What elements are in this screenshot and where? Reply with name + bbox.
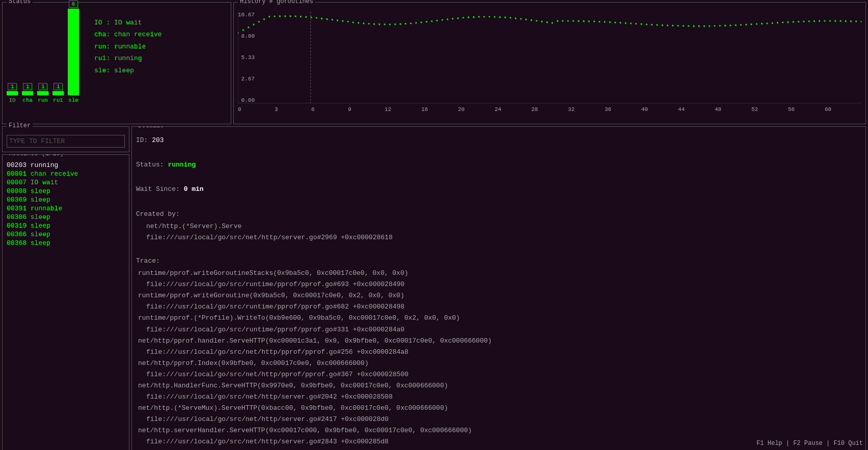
trace-line: runtime/pprof.(*Profile).WriteTo(0xb9e60… bbox=[136, 313, 861, 324]
bar-count-cha: 1 bbox=[23, 83, 32, 90]
x-label: 28 bbox=[531, 106, 568, 112]
svg-point-4 bbox=[248, 26, 249, 28]
help-label[interactable]: F1 Help bbox=[756, 440, 782, 447]
svg-point-49 bbox=[483, 16, 485, 17]
detail-line bbox=[136, 243, 861, 255]
svg-point-102 bbox=[761, 23, 763, 24]
trace-line: net/http.serverHandler.ServeHTTP(0xc0001… bbox=[136, 425, 861, 436]
status-panel: Status 1IO1cha1run1ru16sle IO : IO waitc… bbox=[2, 2, 231, 124]
legend-item: ru1: running bbox=[94, 52, 162, 64]
details-content: ID: 203 Status: running Wait Since: 0 mi… bbox=[136, 135, 861, 450]
svg-point-70 bbox=[593, 20, 595, 22]
status-content: 1IO1cha1run1ru16sle IO : IO waitcha: cha… bbox=[7, 7, 227, 120]
bar-column-IO: 1IO bbox=[7, 83, 18, 103]
svg-point-18 bbox=[321, 18, 322, 19]
svg-point-96 bbox=[729, 24, 731, 26]
sep1: | bbox=[786, 440, 793, 447]
svg-point-55 bbox=[515, 17, 517, 19]
svg-point-21 bbox=[337, 19, 338, 21]
x-label: 9 bbox=[348, 106, 385, 112]
svg-point-57 bbox=[525, 19, 527, 20]
routine-item-00368[interactable]: 00368 sleep bbox=[5, 239, 127, 247]
filter-input[interactable] bbox=[7, 135, 125, 148]
svg-point-114 bbox=[824, 20, 825, 22]
wait-value: 0 min bbox=[184, 185, 204, 193]
svg-point-107 bbox=[787, 21, 789, 23]
svg-point-109 bbox=[798, 21, 799, 22]
svg-point-10 bbox=[279, 15, 281, 17]
svg-point-27 bbox=[368, 23, 370, 24]
legend: IO : IO waitcha: chan receiverun: runnab… bbox=[94, 17, 162, 76]
filter-wrapper: Filter bbox=[2, 126, 129, 152]
routine-item-00203[interactable]: 00203 running bbox=[5, 161, 127, 170]
svg-point-6 bbox=[258, 21, 260, 22]
x-label: 24 bbox=[495, 106, 531, 112]
svg-point-15 bbox=[305, 16, 307, 18]
id-value: 203 bbox=[152, 136, 164, 144]
sep2: | bbox=[826, 440, 833, 447]
svg-point-37 bbox=[420, 21, 422, 23]
routine-item-00369[interactable]: 00369 sleep bbox=[5, 195, 127, 204]
svg-point-74 bbox=[614, 21, 616, 23]
svg-point-118 bbox=[845, 20, 847, 22]
routine-item-00007[interactable]: 00007 IO wait bbox=[5, 178, 127, 187]
svg-point-22 bbox=[342, 20, 343, 22]
wait-label: Wait Since: bbox=[136, 185, 184, 193]
trace-line: net/http.HandlerFunc.ServeHTTP(0x9970e0,… bbox=[136, 380, 861, 391]
x-axis: 036912162024283236404448525660 bbox=[238, 106, 861, 112]
svg-point-60 bbox=[541, 21, 542, 22]
routine-item-00008[interactable]: 00008 sleep bbox=[5, 187, 127, 195]
svg-point-34 bbox=[405, 23, 406, 24]
svg-point-116 bbox=[834, 20, 836, 22]
svg-point-108 bbox=[793, 21, 794, 22]
pause-label[interactable]: F2 Pause bbox=[793, 440, 823, 447]
svg-point-94 bbox=[719, 25, 721, 26]
top-row: Status 1IO1cha1run1ru16sle IO : IO waitc… bbox=[2, 2, 866, 124]
trace-line: file:///usr/local/go/src/net/http/pprof/… bbox=[136, 369, 861, 380]
svg-point-54 bbox=[509, 17, 511, 18]
detail-line: Trace: bbox=[136, 256, 861, 267]
svg-point-29 bbox=[378, 23, 380, 25]
svg-point-106 bbox=[782, 21, 783, 23]
svg-point-81 bbox=[651, 24, 653, 25]
svg-point-52 bbox=[499, 16, 501, 18]
svg-point-12 bbox=[289, 15, 291, 17]
legend-item: sle: sleep bbox=[94, 65, 162, 76]
svg-point-44 bbox=[457, 17, 458, 19]
bar-label-cha: cha bbox=[22, 97, 33, 103]
routine-item-00386[interactable]: 00386 sleep bbox=[5, 213, 127, 221]
svg-point-59 bbox=[536, 20, 537, 21]
trace-line: net/http.(*ServeMux).ServeHTTP(0xbacc00,… bbox=[136, 403, 861, 414]
routine-item-00391[interactable]: 00391 runnable bbox=[5, 204, 127, 213]
svg-point-20 bbox=[332, 19, 333, 20]
trace-line: file:///usr/local/go/src/net/http/server… bbox=[136, 414, 861, 425]
legend-item: cha: chan receive bbox=[94, 29, 162, 40]
trace-line: net/http/pprof.handler.ServeHTTP(0xc0000… bbox=[136, 335, 861, 347]
svg-point-30 bbox=[384, 23, 386, 25]
routine-item-00366[interactable]: 00366 sleep bbox=[5, 230, 127, 239]
detail-line: ID: 203 bbox=[136, 135, 861, 146]
svg-point-43 bbox=[452, 18, 453, 19]
svg-point-85 bbox=[672, 25, 673, 26]
svg-point-3 bbox=[242, 30, 244, 31]
svg-point-73 bbox=[609, 21, 611, 23]
filter-title: Filter bbox=[7, 122, 33, 129]
svg-point-83 bbox=[662, 24, 663, 26]
routines-wrapper: Routines (1/10) 00203 running00001 chan … bbox=[2, 154, 129, 450]
x-label: 16 bbox=[421, 106, 458, 112]
quit-label[interactable]: F10 Quit bbox=[833, 440, 863, 447]
x-label: 40 bbox=[641, 106, 678, 112]
svg-point-23 bbox=[347, 21, 349, 22]
bar-label-ru1: ru1 bbox=[53, 97, 63, 103]
svg-point-50 bbox=[489, 16, 490, 17]
svg-point-121 bbox=[860, 21, 861, 22]
svg-point-97 bbox=[735, 24, 737, 26]
routine-item-00319[interactable]: 00319 sleep bbox=[5, 221, 127, 230]
routine-item-00001[interactable]: 00001 chan receive bbox=[5, 170, 127, 178]
svg-point-39 bbox=[431, 20, 432, 22]
svg-point-51 bbox=[494, 16, 495, 17]
bar-count-sle: 6 bbox=[69, 1, 78, 8]
bar-rect-run bbox=[37, 91, 48, 95]
svg-point-7 bbox=[263, 18, 265, 20]
bar-column-cha: 1cha bbox=[22, 83, 33, 103]
